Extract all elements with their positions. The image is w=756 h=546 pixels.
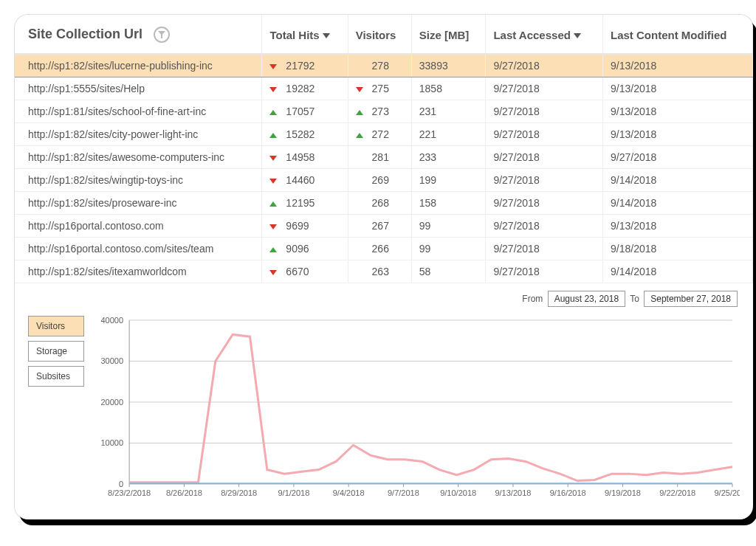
cell-size: 231 <box>411 100 486 123</box>
table-row[interactable]: http://sp1:82/sites/proseware-inc 12195 … <box>15 192 753 215</box>
table-row[interactable]: http://sp1:82/sites/lucerne-publishing-i… <box>15 54 753 77</box>
table-row[interactable]: http://sp1:5555/sites/Help 19282 2751858… <box>15 77 753 100</box>
cell-hits: 21792 <box>262 54 348 77</box>
cell-visitors: 269 <box>348 169 411 192</box>
cell-size: 58 <box>411 260 486 283</box>
cell-size: 221 <box>411 123 486 146</box>
col-header-hits[interactable]: Total Hits <box>262 15 348 54</box>
cell-modified: 9/13/2018 <box>603 123 753 146</box>
trend-down-icon <box>269 270 277 275</box>
svg-text:9/4/2018: 9/4/2018 <box>333 488 365 497</box>
site-collection-table: Site Collection Url Total Hits Visitors … <box>15 15 753 283</box>
table-row[interactable]: http://sp1:82/sites/city-power-light-inc… <box>15 123 753 146</box>
cell-modified: 9/13/2018 <box>603 77 753 100</box>
trend-up-icon <box>356 133 363 138</box>
sort-desc-icon <box>323 33 330 38</box>
tab-visitors[interactable]: Visitors <box>28 316 84 336</box>
col-header-url[interactable]: Site Collection Url <box>15 15 262 54</box>
cell-hits: 9096 <box>262 238 348 260</box>
cell-size: 99 <box>411 238 486 260</box>
col-header-size[interactable]: Size [MB] <box>411 15 486 54</box>
cell-modified: 9/14/2018 <box>603 169 753 192</box>
sort-desc-icon <box>574 33 581 38</box>
cell-size: 199 <box>411 169 486 192</box>
from-date-input[interactable]: August 23, 2018 <box>548 291 625 307</box>
cell-url: http://sp1:82/sites/itexamworldcom <box>15 260 262 283</box>
svg-text:9/22/2018: 9/22/2018 <box>659 488 695 497</box>
cell-modified: 9/18/2018 <box>603 238 753 260</box>
cell-visitors: 278 <box>348 54 411 77</box>
col-header-accessed[interactable]: Last Accessed <box>486 15 603 54</box>
cell-url: http://sp1:81/sites/school-of-fine-art-i… <box>15 100 262 123</box>
cell-hits: 12195 <box>262 192 348 215</box>
trend-down-icon <box>269 156 277 161</box>
cell-visitors: 281 <box>348 146 411 169</box>
cell-accessed: 9/27/2018 <box>486 169 603 192</box>
to-date-input[interactable]: September 27, 2018 <box>644 291 738 307</box>
svg-text:20000: 20000 <box>100 398 123 407</box>
table-row[interactable]: http://sp16portal.contoso.com 9699 26799… <box>15 215 753 238</box>
svg-text:0: 0 <box>119 480 123 488</box>
col-header-modified[interactable]: Last Content Modified <box>603 15 753 54</box>
trend-down-icon <box>269 179 277 184</box>
svg-text:9/25/2018: 9/25/2018 <box>714 488 740 497</box>
svg-text:9/19/2018: 9/19/2018 <box>605 488 641 497</box>
svg-text:10000: 10000 <box>100 439 123 448</box>
date-range: From August 23, 2018 To September 27, 20… <box>15 283 753 311</box>
svg-text:9/10/2018: 9/10/2018 <box>440 488 476 497</box>
svg-text:8/26/2018: 8/26/2018 <box>166 488 202 497</box>
cell-url: http://sp1:82/sites/wingtip-toys-inc <box>15 169 262 192</box>
filter-icon[interactable] <box>154 27 170 43</box>
col-header-visitors[interactable]: Visitors <box>348 15 411 54</box>
trend-up-icon <box>269 247 277 252</box>
cell-hits: 14460 <box>262 169 348 192</box>
cell-hits: 17057 <box>262 100 348 123</box>
trend-down-icon <box>269 224 277 229</box>
trend-up-icon <box>269 110 277 115</box>
trend-up-icon <box>269 133 277 138</box>
svg-text:8/29/2018: 8/29/2018 <box>221 488 257 497</box>
cell-visitors: 273 <box>348 100 411 123</box>
cell-accessed: 9/27/2018 <box>486 100 603 123</box>
tab-storage[interactable]: Storage <box>28 341 84 362</box>
tab-subsites[interactable]: Subsites <box>28 366 84 387</box>
cell-url: http://sp1:82/sites/lucerne-publishing-i… <box>15 54 262 77</box>
table-row[interactable]: http://sp1:82/sites/awesome-computers-in… <box>15 146 753 169</box>
cell-accessed: 9/27/2018 <box>486 260 603 283</box>
line-chart: 0100002000030000400008/23/2/20188/26/201… <box>89 314 740 506</box>
cell-modified: 9/14/2018 <box>603 192 753 215</box>
svg-text:30000: 30000 <box>100 357 123 366</box>
from-label: From <box>522 294 543 304</box>
cell-modified: 9/13/2018 <box>603 54 753 77</box>
cell-hits: 9699 <box>262 215 348 238</box>
trend-down-icon <box>356 87 363 92</box>
cell-visitors: 268 <box>348 192 411 215</box>
cell-modified: 9/27/2018 <box>603 146 753 169</box>
chart-area: Visitors Storage Subsites 01000020000300… <box>15 311 753 519</box>
cell-url: http://sp1:82/sites/proseware-inc <box>15 192 262 215</box>
table-row[interactable]: http://sp1:81/sites/school-of-fine-art-i… <box>15 100 753 123</box>
table-row[interactable]: http://sp1:82/sites/wingtip-toys-inc 144… <box>15 169 753 192</box>
cell-accessed: 9/27/2018 <box>486 215 603 238</box>
trend-down-icon <box>269 87 277 92</box>
svg-text:9/1/2018: 9/1/2018 <box>278 488 309 497</box>
cell-modified: 9/14/2018 <box>603 260 753 283</box>
cell-accessed: 9/27/2018 <box>486 54 603 77</box>
cell-accessed: 9/27/2018 <box>486 192 603 215</box>
cell-visitors: 272 <box>348 123 411 146</box>
cell-size: 1858 <box>411 77 486 100</box>
cell-visitors: 275 <box>348 77 411 100</box>
dashboard-card: Site Collection Url Total Hits Visitors … <box>15 15 753 519</box>
cell-size: 158 <box>411 192 486 215</box>
svg-text:9/16/2018: 9/16/2018 <box>550 488 586 497</box>
table-row[interactable]: http://sp1:82/sites/itexamworldcom 6670 … <box>15 260 753 283</box>
cell-size: 33893 <box>411 54 486 77</box>
svg-text:40000: 40000 <box>100 316 123 325</box>
cell-url: http://sp1:82/sites/city-power-light-inc <box>15 123 262 146</box>
cell-size: 233 <box>411 146 486 169</box>
cell-modified: 9/13/2018 <box>603 100 753 123</box>
cell-url: http://sp1:82/sites/awesome-computers-in… <box>15 146 262 169</box>
to-label: To <box>630 294 639 304</box>
table-row[interactable]: http://sp16portal.contoso.com/sites/team… <box>15 238 753 260</box>
cell-visitors: 266 <box>348 238 411 260</box>
